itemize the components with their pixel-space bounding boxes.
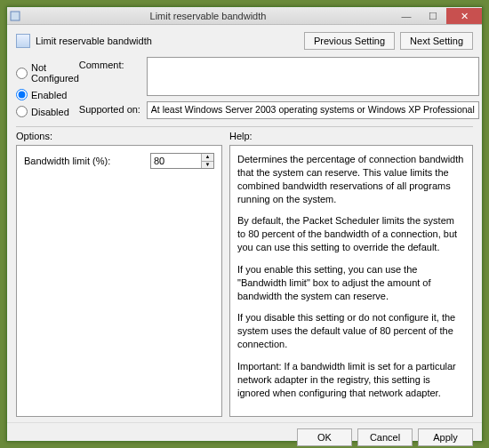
content-area: Limit reservable bandwidth Previous Sett… xyxy=(7,25,482,422)
policy-icon xyxy=(16,34,30,48)
radio-enabled-label: Enabled xyxy=(31,90,67,100)
radio-disabled-input[interactable] xyxy=(16,106,28,117)
options-panel: Bandwidth limit (%): ▲ ▼ xyxy=(16,145,222,417)
maximize-button[interactable]: ☐ xyxy=(420,8,446,24)
radio-not-configured[interactable]: Not Configured xyxy=(16,62,79,84)
ok-button[interactable]: OK xyxy=(297,428,352,446)
radio-not-configured-label: Not Configured xyxy=(31,62,79,84)
radio-disabled-label: Disabled xyxy=(31,107,69,117)
divider xyxy=(16,126,473,127)
help-paragraph: If you enable this setting, you can use … xyxy=(237,263,465,303)
radio-not-configured-input[interactable] xyxy=(16,68,28,79)
minimize-button[interactable]: — xyxy=(393,8,420,24)
cancel-button[interactable]: Cancel xyxy=(357,428,413,446)
comment-textarea[interactable] xyxy=(147,57,479,96)
footer-buttons: OK Cancel Apply xyxy=(7,422,482,449)
window-title: Limit reservable bandwidth xyxy=(23,11,393,21)
apply-button[interactable]: Apply xyxy=(418,428,473,446)
supported-on-label: Supported on: xyxy=(79,101,141,115)
bandwidth-limit-label: Bandwidth limit (%): xyxy=(24,156,147,166)
radio-enabled-input[interactable] xyxy=(16,89,28,100)
help-paragraph: Important: If a bandwidth limit is set f… xyxy=(237,360,465,400)
help-paragraph: Determines the percentage of connection … xyxy=(237,153,465,205)
bandwidth-limit-row: Bandwidth limit (%): ▲ ▼ xyxy=(24,153,214,169)
help-paragraph: If you disable this setting or do not co… xyxy=(237,311,465,351)
dialog-window: Limit reservable bandwidth — ☐ ✕ Limit r… xyxy=(6,6,483,442)
previous-setting-button[interactable]: Previous Setting xyxy=(304,32,395,50)
help-panel: Determines the percentage of connection … xyxy=(229,145,473,417)
radio-enabled[interactable]: Enabled xyxy=(16,89,79,100)
spinner-down-button[interactable]: ▼ xyxy=(202,162,213,169)
bandwidth-limit-spinner[interactable]: ▲ ▼ xyxy=(150,153,214,169)
radio-disabled[interactable]: Disabled xyxy=(16,106,79,117)
help-paragraph: By default, the Packet Scheduler limits … xyxy=(237,214,465,254)
policy-title-text: Limit reservable bandwidth xyxy=(36,36,152,46)
supported-on-value: At least Windows Server 2003 operating s… xyxy=(147,101,479,119)
state-radio-group: Not Configured Enabled Disabled xyxy=(16,57,79,119)
help-section-label: Help: xyxy=(229,131,253,141)
svg-rect-0 xyxy=(11,12,20,20)
close-button[interactable]: ✕ xyxy=(446,8,482,24)
window-icon xyxy=(7,11,23,21)
comment-label: Comment: xyxy=(79,57,141,70)
bandwidth-limit-input[interactable] xyxy=(151,154,201,168)
options-section-label: Options: xyxy=(16,131,229,141)
policy-title-row: Limit reservable bandwidth xyxy=(16,32,304,48)
next-setting-button[interactable]: Next Setting xyxy=(400,32,473,50)
titlebar: Limit reservable bandwidth — ☐ ✕ xyxy=(7,7,482,25)
spinner-up-button[interactable]: ▲ xyxy=(202,154,213,162)
